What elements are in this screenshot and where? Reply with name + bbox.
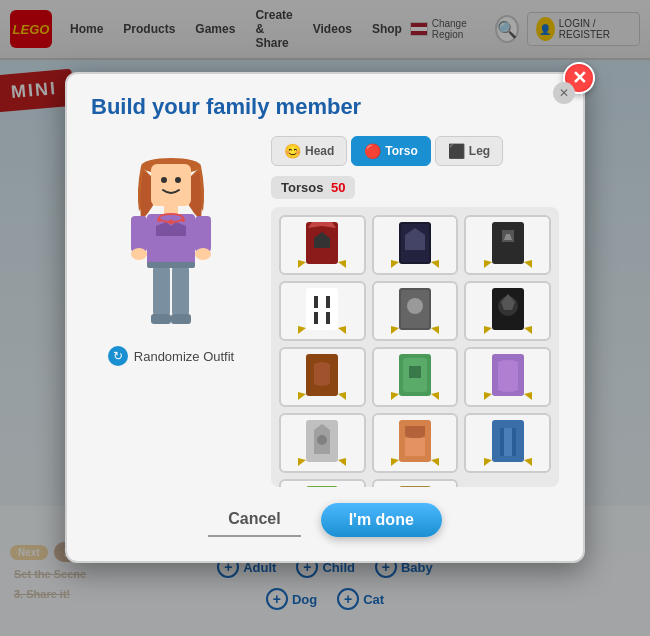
tab-leg[interactable]: ⬛ Leg [435, 136, 503, 166]
svg-marker-37 [431, 326, 439, 334]
torso-item-11[interactable] [372, 413, 459, 473]
svg-marker-44 [338, 392, 346, 400]
torso-count-label: Torsos 50 [271, 176, 355, 199]
leg-icon: ⬛ [448, 143, 465, 159]
svg-rect-11 [195, 216, 211, 252]
svg-rect-16 [147, 262, 195, 268]
torso-item-2[interactable] [372, 215, 459, 275]
svg-marker-25 [391, 260, 399, 268]
svg-marker-55 [338, 458, 346, 466]
svg-marker-58 [431, 458, 439, 466]
svg-marker-26 [431, 260, 439, 268]
lego-figure [101, 136, 241, 336]
tab-torso-label: Torso [385, 144, 417, 158]
torso-item-3[interactable] [464, 215, 551, 275]
randomize-outfit-button[interactable]: ↻ Randomize Outfit [108, 346, 234, 366]
torso-grid [271, 207, 559, 487]
svg-point-13 [195, 248, 211, 260]
torso-item-10[interactable] [279, 413, 366, 473]
torso-item-14[interactable] [372, 479, 459, 487]
svg-point-35 [407, 298, 423, 314]
torso-count-value: 50 [331, 180, 345, 195]
svg-rect-4 [164, 206, 178, 214]
svg-point-2 [161, 177, 167, 183]
svg-marker-54 [298, 458, 306, 466]
svg-marker-40 [484, 326, 492, 334]
svg-rect-65 [399, 486, 431, 487]
torso-item-7[interactable] [279, 347, 366, 407]
modal-title: Build your family member [91, 94, 559, 120]
svg-marker-21 [298, 260, 306, 268]
svg-point-3 [175, 177, 181, 183]
svg-marker-28 [484, 260, 492, 268]
tabs-row: 😊 Head 🔴 Torso ⬛ Leg [271, 136, 559, 166]
svg-marker-36 [391, 326, 399, 334]
svg-marker-32 [338, 326, 346, 334]
svg-rect-15 [172, 266, 189, 316]
torso-item-8[interactable] [372, 347, 459, 407]
svg-rect-10 [131, 216, 147, 252]
svg-marker-48 [431, 392, 439, 400]
svg-marker-43 [298, 392, 306, 400]
svg-point-7 [157, 218, 161, 222]
tab-head[interactable]: 😊 Head [271, 136, 347, 166]
tab-leg-label: Leg [469, 144, 490, 158]
svg-marker-61 [524, 458, 532, 466]
svg-marker-47 [391, 392, 399, 400]
modal-body: ↻ Randomize Outfit 😊 Head 🔴 Torso ⬛ Leg [91, 136, 559, 487]
refresh-icon: ↻ [108, 346, 128, 366]
svg-marker-57 [391, 458, 399, 466]
svg-marker-60 [484, 458, 492, 466]
svg-point-53 [317, 435, 327, 445]
selector-panel: 😊 Head 🔴 Torso ⬛ Leg Torsos 50 [271, 136, 559, 487]
torso-icon: 🔴 [364, 143, 381, 159]
svg-marker-22 [338, 260, 346, 268]
svg-point-8 [181, 218, 185, 222]
svg-point-9 [169, 220, 174, 225]
svg-rect-18 [171, 314, 191, 324]
svg-rect-14 [153, 266, 170, 316]
svg-rect-27 [492, 222, 524, 264]
tab-head-label: Head [305, 144, 334, 158]
torso-item-4[interactable] [279, 281, 366, 341]
svg-marker-50 [484, 392, 492, 400]
head-icon: 😊 [284, 143, 301, 159]
modal-footer: Cancel I'm done [91, 503, 559, 537]
done-button[interactable]: I'm done [321, 503, 442, 537]
randomize-label: Randomize Outfit [134, 349, 234, 364]
svg-marker-51 [524, 392, 532, 400]
svg-point-12 [131, 248, 147, 260]
svg-rect-1 [151, 164, 191, 206]
figure-panel: ↻ Randomize Outfit [91, 136, 251, 487]
svg-rect-17 [151, 314, 171, 324]
svg-rect-62 [306, 486, 338, 487]
torso-item-13[interactable] [279, 479, 366, 487]
modal-close-secondary[interactable]: ✕ [553, 82, 575, 104]
torso-item-5[interactable] [372, 281, 459, 341]
svg-marker-41 [524, 326, 532, 334]
torso-item-9[interactable] [464, 347, 551, 407]
torso-item-12[interactable] [464, 413, 551, 473]
svg-marker-29 [524, 260, 532, 268]
torso-label-text: Torsos [281, 180, 323, 195]
svg-marker-31 [298, 326, 306, 334]
torso-item-6[interactable] [464, 281, 551, 341]
build-modal: ✕ ✕ Build your family member [65, 72, 585, 563]
tab-torso[interactable]: 🔴 Torso [351, 136, 430, 166]
cancel-button[interactable]: Cancel [208, 503, 300, 537]
torso-item-1[interactable] [279, 215, 366, 275]
